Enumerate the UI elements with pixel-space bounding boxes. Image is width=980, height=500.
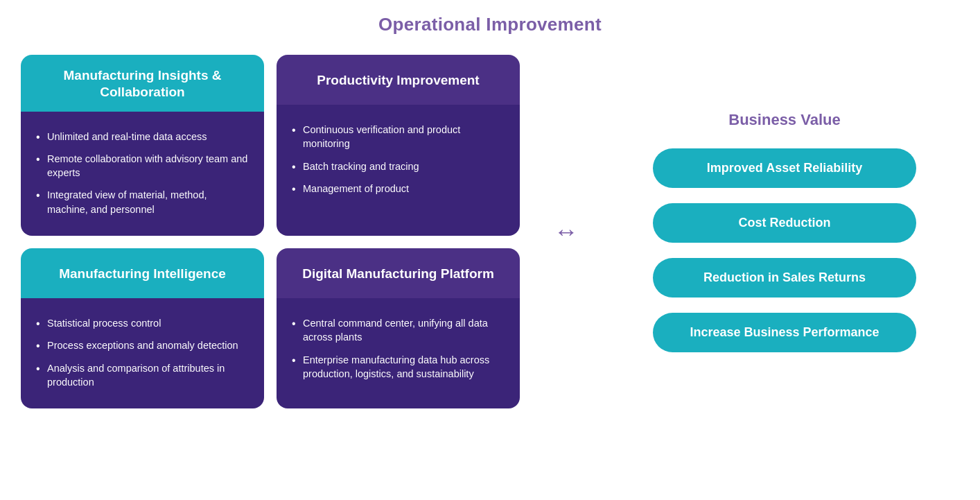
value-badge-2: Reduction in Sales Returns xyxy=(653,258,916,298)
bullet-dmp-0: Central command center, unifying all dat… xyxy=(292,312,505,349)
bidirectional-arrow-icon: ↔ xyxy=(554,217,576,246)
card-body-dmp: Central command center, unifying all dat… xyxy=(277,298,520,408)
card-header-mic: Manufacturing Insights & Collaboration xyxy=(21,55,264,112)
card-body-pi: Continuous verification and product moni… xyxy=(277,105,520,236)
bullet-dmp-1: Enterprise manufacturing data hub across… xyxy=(292,349,505,386)
bullet-mic-0: Unlimited and real-time data access xyxy=(36,126,249,148)
bullet-mi-0: Statistical process control xyxy=(36,312,249,334)
bottom-row: Manufacturing IntelligenceStatistical pr… xyxy=(21,248,520,408)
business-value-title: Business Value xyxy=(728,111,840,129)
card-body-mi: Statistical process controlProcess excep… xyxy=(21,298,264,408)
card-dmp: Digital Manufacturing PlatformCentral co… xyxy=(277,248,520,408)
value-badge-1: Cost Reduction xyxy=(653,203,916,243)
bullet-pi-1: Batch tracking and tracing xyxy=(292,155,505,178)
main-layout: Manufacturing Insights & CollaborationUn… xyxy=(21,55,959,408)
card-header-mi: Manufacturing Intelligence xyxy=(21,248,264,298)
card-header-dmp: Digital Manufacturing Platform xyxy=(277,248,520,298)
top-row: Manufacturing Insights & CollaborationUn… xyxy=(21,55,520,236)
card-mic: Manufacturing Insights & CollaborationUn… xyxy=(21,55,264,236)
page-title: Operational Improvement xyxy=(21,14,959,35)
bullet-mi-2: Analysis and comparison of attributes in… xyxy=(36,357,249,394)
bullet-pi-0: Continuous verification and product moni… xyxy=(292,119,505,155)
bullet-mic-1: Remote collaboration with advisory team … xyxy=(36,148,249,184)
card-mi: Manufacturing IntelligenceStatistical pr… xyxy=(21,248,264,408)
card-header-pi: Productivity Improvement xyxy=(277,55,520,105)
left-section: Manufacturing Insights & CollaborationUn… xyxy=(21,55,520,408)
bullet-mi-1: Process exceptions and anomaly detection xyxy=(36,334,249,356)
card-pi: Productivity ImprovementContinuous verif… xyxy=(277,55,520,236)
right-section: Business Value Improved Asset Reliabilit… xyxy=(610,55,959,408)
value-badge-0: Improved Asset Reliability xyxy=(653,148,916,188)
card-body-mic: Unlimited and real-time data accessRemot… xyxy=(21,112,264,236)
value-badge-3: Increase Business Performance xyxy=(653,313,916,352)
bullet-pi-2: Management of product xyxy=(292,178,505,200)
middle-section: ↔ xyxy=(520,55,610,408)
bullet-mic-2: Integrated view of material, method, mac… xyxy=(36,184,249,221)
